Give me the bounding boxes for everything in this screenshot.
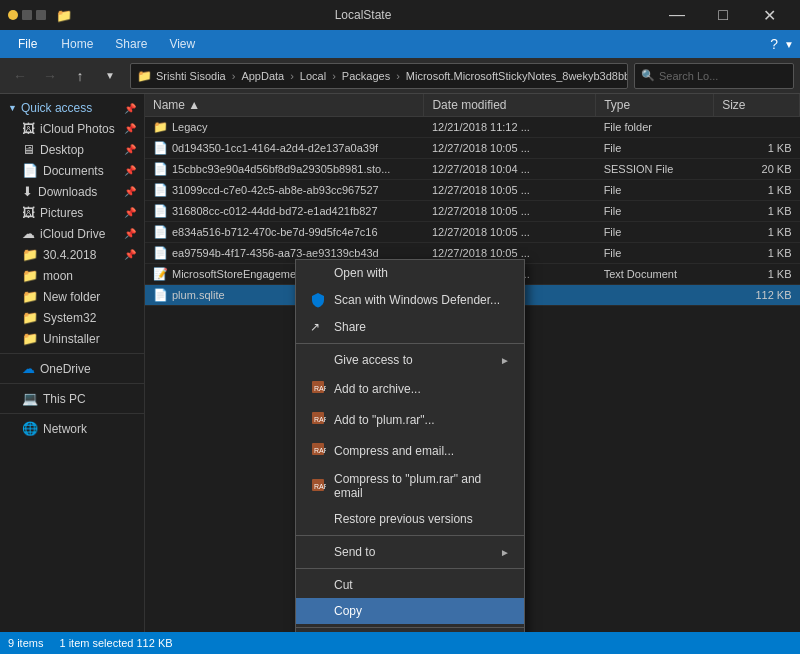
- pin-indicator: 📌: [124, 249, 136, 260]
- file-icon: 📄: [153, 183, 168, 197]
- sidebar-item-pictures[interactable]: 🖼 Pictures 📌: [0, 202, 144, 223]
- file-type: File: [596, 201, 714, 222]
- context-menu-label: Compress and email...: [334, 444, 454, 458]
- pin-indicator: 📌: [124, 186, 136, 197]
- sidebar-item-system32[interactable]: 📁 System32: [0, 307, 144, 328]
- sidebar-item-onedrive[interactable]: ☁ OneDrive: [0, 358, 144, 379]
- window-icon-1: [8, 10, 18, 20]
- menu-view[interactable]: View: [159, 33, 205, 55]
- col-header-name[interactable]: Name ▲: [145, 94, 424, 117]
- context-menu-item[interactable]: Open with: [296, 260, 524, 286]
- context-menu-item[interactable]: RARAdd to "plum.rar"...: [296, 404, 524, 435]
- file-size: 1 KB: [714, 264, 800, 285]
- search-icon: 🔍: [641, 69, 655, 82]
- file-type: File: [596, 180, 714, 201]
- close-button[interactable]: ✕: [746, 0, 792, 30]
- addr-appdata: AppData: [241, 70, 284, 82]
- menu-share[interactable]: Share: [105, 33, 157, 55]
- minimize-button[interactable]: —: [654, 0, 700, 30]
- context-menu-item[interactable]: Copy: [296, 598, 524, 624]
- pin-indicator: 📌: [124, 144, 136, 155]
- sidebar-pictures-label: Pictures: [40, 206, 83, 220]
- context-menu-item[interactable]: RARAdd to archive...: [296, 373, 524, 404]
- sidebar-downloads-label: Downloads: [38, 185, 97, 199]
- sidebar-item-moon[interactable]: 📁 moon: [0, 265, 144, 286]
- up-button[interactable]: ↑: [66, 62, 94, 90]
- submenu-arrow: ►: [500, 547, 510, 558]
- context-menu-item[interactable]: RARCompress and email...: [296, 435, 524, 466]
- toolbar: ← → ↑ ▼ 📁 Srishti Sisodia › AppData › Lo…: [0, 58, 800, 94]
- table-row[interactable]: 📄31099ccd-c7e0-42c5-ab8e-ab93cc967527 12…: [145, 180, 800, 201]
- sidebar-item-icloud-drive[interactable]: ☁ iCloud Drive 📌: [0, 223, 144, 244]
- context-menu-label: Scan with Windows Defender...: [334, 293, 500, 307]
- search-bar[interactable]: 🔍 Search Lo...: [634, 63, 794, 89]
- sidebar-uninstaller-label: Uninstaller: [43, 332, 100, 346]
- sidebar-item-30-4-2018[interactable]: 📁 30.4.2018 📌: [0, 244, 144, 265]
- sidebar-divider-3: [0, 413, 144, 414]
- maximize-button[interactable]: □: [700, 0, 746, 30]
- table-row[interactable]: 📄0d194350-1cc1-4164-a2d4-d2e137a0a39f 12…: [145, 138, 800, 159]
- address-bar[interactable]: 📁 Srishti Sisodia › AppData › Local › Pa…: [130, 63, 628, 89]
- sidebar-item-desktop[interactable]: 🖥 Desktop 📌: [0, 139, 144, 160]
- context-menu-item[interactable]: Give access to►: [296, 347, 524, 373]
- sidebar-30-4-2018-label: 30.4.2018: [43, 248, 96, 262]
- context-menu-label: Compress to "plum.rar" and email: [334, 472, 510, 500]
- menu-home[interactable]: Home: [51, 33, 103, 55]
- sidebar-item-uninstaller[interactable]: 📁 Uninstaller: [0, 328, 144, 349]
- context-menu-item[interactable]: Cut: [296, 572, 524, 598]
- pin-indicator: 📌: [124, 123, 136, 134]
- table-row[interactable]: 📁Legacy 12/21/2018 11:12 ... File folder: [145, 117, 800, 138]
- context-menu-item[interactable]: Scan with Windows Defender...: [296, 286, 524, 314]
- context-menu-item[interactable]: Restore previous versions: [296, 506, 524, 532]
- sidebar-item-this-pc[interactable]: 💻 This PC: [0, 388, 144, 409]
- col-header-date[interactable]: Date modified: [424, 94, 596, 117]
- file-name: 📁Legacy: [145, 117, 424, 138]
- context-menu-separator: [296, 535, 524, 536]
- file-date: 12/27/2018 10:05 ...: [424, 138, 596, 159]
- quick-access-header[interactable]: ▼ Quick access 📌: [0, 98, 144, 118]
- back-button[interactable]: ←: [6, 62, 34, 90]
- context-menu-label: Share: [334, 320, 366, 334]
- compress-icon: RAR: [310, 441, 326, 460]
- chevron-down-icon: ▼: [8, 103, 17, 113]
- context-menu-item[interactable]: Create shortcut: [296, 631, 524, 632]
- file-icon: 📄: [153, 141, 168, 155]
- sidebar-network-label: Network: [43, 422, 87, 436]
- sidebar-item-documents[interactable]: 📄 Documents 📌: [0, 160, 144, 181]
- compress-icon: RAR: [310, 379, 326, 398]
- context-menu-item[interactable]: Send to►: [296, 539, 524, 565]
- context-menu-label: Open with: [334, 266, 388, 280]
- compress-icon: RAR: [310, 410, 326, 429]
- new-folder-icon: 📁: [22, 289, 38, 304]
- window-icon-3: [36, 10, 46, 20]
- file-type: File: [596, 243, 714, 264]
- sidebar-item-downloads[interactable]: ⬇ Downloads 📌: [0, 181, 144, 202]
- addr-packages: Packages: [342, 70, 390, 82]
- forward-button[interactable]: →: [36, 62, 64, 90]
- file-size: [714, 117, 800, 138]
- search-placeholder: Search Lo...: [659, 70, 718, 82]
- menu-file[interactable]: File: [6, 33, 49, 55]
- addr-srishti: Srishti Sisodia: [156, 70, 226, 82]
- sidebar-item-new-folder[interactable]: 📁 New folder: [0, 286, 144, 307]
- sidebar-item-icloud-photos[interactable]: 🖼 iCloud Photos 📌: [0, 118, 144, 139]
- table-row[interactable]: 📄e834a516-b712-470c-be7d-99d5fc4e7c16 12…: [145, 222, 800, 243]
- file-icon: 📄: [153, 246, 168, 260]
- pin-indicator: 📌: [124, 207, 136, 218]
- col-header-size[interactable]: Size: [714, 94, 800, 117]
- col-header-type[interactable]: Type: [596, 94, 714, 117]
- file-date: 12/27/2018 10:04 ...: [424, 159, 596, 180]
- context-menu-item[interactable]: RARCompress to "plum.rar" and email: [296, 466, 524, 506]
- this-pc-icon: 💻: [22, 391, 38, 406]
- context-menu-label: Add to "plum.rar"...: [334, 413, 435, 427]
- pictures-icon: 🖼: [22, 205, 35, 220]
- context-menu-item[interactable]: ↗Share: [296, 314, 524, 340]
- table-row[interactable]: 📄15cbbc93e90a4d56bf8d9a29305b8981.sto...…: [145, 159, 800, 180]
- file-date: 12/27/2018 10:05 ...: [424, 180, 596, 201]
- context-menu-separator: [296, 627, 524, 628]
- recent-button[interactable]: ▼: [96, 62, 124, 90]
- sidebar-item-network[interactable]: 🌐 Network: [0, 418, 144, 439]
- table-row[interactable]: 📄316808cc-c012-44dd-bd72-e1ad421fb827 12…: [145, 201, 800, 222]
- sidebar-moon-label: moon: [43, 269, 73, 283]
- uninstaller-icon: 📁: [22, 331, 38, 346]
